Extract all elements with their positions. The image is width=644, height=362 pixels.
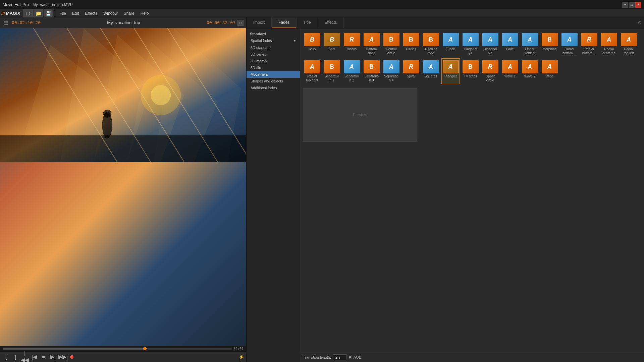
fades-main: B Balls B Bars R Blocks A [300,28,644,362]
fade-fade[interactable]: A Fade [501,31,519,57]
fade-separation-1-label: Separatio n 1 [324,74,339,82]
menu-help[interactable]: Help [138,10,152,16]
fade-separation-3-label: Separatio n 3 [364,74,379,82]
tab-title[interactable]: Title [297,17,318,28]
preview-placeholder: Preview [353,113,367,117]
goto-end-button[interactable]: ▶▶| [58,354,66,360]
sidebar-item-3d-morph[interactable]: 3D morph [247,58,300,64]
fade-diagonal-y1[interactable]: A Diagonal y1 [461,31,480,57]
fade-diagonal-y1-label: Diagonal y1 [463,47,478,55]
fade-separation-1[interactable]: B Separatio n 1 [323,58,341,84]
fade-radial-bottom-left[interactable]: A Radial bottom ... [560,31,579,57]
fade-wave-2[interactable]: A Wave 2 [521,58,539,84]
fade-circular-fade-label: Circular fade [423,47,438,55]
fades-grid-items: B Balls B Bars R Blocks A [303,31,641,84]
fade-spiral[interactable]: R Spiral [402,58,420,84]
progress-track[interactable] [3,348,232,350]
sidebar-item-additional-fades[interactable]: Additional fades [247,84,300,91]
fade-bars-label: Bars [328,47,335,51]
fade-diagonal-y1-thumb: A [463,33,479,46]
menu-share[interactable]: Share [121,10,137,16]
fade-wipe-label: Wipe [546,74,553,78]
fade-linear-vertical[interactable]: A Linear vertical [521,31,539,57]
maximize-button[interactable]: □ [629,2,635,8]
fade-circles[interactable]: B Circles [402,31,420,57]
menu-edit[interactable]: Edit [69,10,82,16]
sidebar-item-spatial-fades[interactable]: Spatial fades ▾ [247,37,300,44]
mark-in-button[interactable]: [ [2,354,10,360]
fade-diagonal-y2[interactable]: A Diagonal y2 [481,31,499,57]
toolbar-icon-3[interactable]: 💾 [44,9,53,18]
fade-radial-centered[interactable]: A Radial centered [600,31,618,57]
fade-separation-4[interactable]: A Separatio n 4 [382,58,400,84]
fade-bottom-circle[interactable]: A Bottom circle [362,31,381,57]
titlebar-left: Movie Edit Pro - My_vacation_trip.MVP [3,2,73,7]
fade-linear-vertical-thumb: A [522,33,538,46]
menu-effects[interactable]: Effects [83,10,100,16]
video-progress-bar[interactable]: 32:07 [0,346,246,351]
fade-clock[interactable]: A Clock [441,31,460,57]
logo-slashes: /// [1,11,5,16]
fade-separation-2[interactable]: A Separatio n 2 [342,58,361,84]
tab-fades[interactable]: Fades [272,17,297,28]
svg-point-15 [103,110,111,118]
menu-window[interactable]: Window [101,10,120,16]
fade-bottom-circle-label: Bottom circle [364,47,379,55]
toolbar-icon-1[interactable]: ⬡ [23,9,33,18]
transition-input[interactable] [333,354,346,360]
fade-fade-thumb: A [502,33,518,46]
fade-radial-top-right-thumb: A [304,60,320,73]
fade-circular-fade[interactable]: B Circular fade [422,31,440,57]
progress-thumb[interactable] [143,347,147,350]
fade-tv-strips[interactable]: B TV strips [461,58,480,84]
fade-wave-1[interactable]: A Wave 1 [501,58,519,84]
sidebar-item-3d-standard[interactable]: 3D standard [247,44,300,51]
step-back-button[interactable]: |◀ [30,354,38,360]
fade-radial-top-right[interactable]: A Radial top right [303,58,321,84]
tab-import[interactable]: Import [247,17,272,28]
right-panel: Import Fades Title Effects ⚙ Standard Sp… [247,17,644,362]
fade-blocks-thumb: R [344,33,360,46]
fullscreen-button[interactable]: □ [237,20,244,26]
fade-radial-bottom-right[interactable]: R Radial bottom ... [580,31,598,57]
transition-close[interactable]: ✕ [348,355,352,359]
fade-bars[interactable]: B Bars [323,31,341,57]
settings-icon[interactable]: ⚙ [638,20,642,25]
fade-morphing[interactable]: B Morphing [540,31,559,57]
sidebar-item-3d-series[interactable]: 3D series [247,51,300,58]
fade-blocks[interactable]: R Blocks [342,31,361,57]
main-layout: ☰ 00:02:10:20 My_vacation_trip 00:00:32:… [0,17,644,362]
fade-squares[interactable]: A Squares [422,58,440,84]
fade-squares-label: Squares [425,74,437,78]
fade-separation-2-thumb: A [344,60,360,73]
fade-wipe[interactable]: A Wipe [540,58,559,84]
fade-radial-top-left[interactable]: A Radial top left [620,31,638,57]
record-button[interactable]: ⏺ [68,354,76,360]
close-button[interactable]: ✕ [635,2,641,8]
lightning-icon[interactable]: ⚡ [238,354,244,360]
fade-upper-circle[interactable]: R Upper circle [481,58,499,84]
menu-toggle-button[interactable]: ☰ [3,19,10,26]
fade-tv-strips-label: TV strips [464,74,477,78]
fade-radial-bottom-left-thumb: A [561,33,578,46]
sidebar-item-movement[interactable]: Movement [247,71,300,78]
menu-file[interactable]: File [57,10,68,16]
fade-separation-3[interactable]: B Separatio n 3 [362,58,381,84]
mark-out-button[interactable]: ] [11,354,19,360]
stop-button[interactable]: ■ [40,354,48,360]
toolbar-icon-2[interactable]: 📁 [34,9,43,18]
step-forward-button[interactable]: ▶| [49,354,57,360]
goto-start-button[interactable]: |◀◀ [21,351,29,362]
sidebar-item-3d-tile[interactable]: 3D tile [247,64,300,71]
fade-linear-vertical-label: Linear vertical [522,47,537,55]
sidebar-item-shapes-objects[interactable]: Shapes and objects [247,78,300,84]
tab-effects[interactable]: Effects [318,17,344,28]
video-preview [0,28,246,346]
fade-blocks-label: Blocks [347,47,357,51]
fade-central-circle[interactable]: B Central circle [382,31,400,57]
fade-balls[interactable]: B Balls [303,31,321,57]
fade-morphing-label: Morphing [543,47,557,51]
minimize-button[interactable]: ─ [622,2,628,8]
fade-triangles[interactable]: A Triangles [441,58,460,84]
fade-clock-label: Clock [446,47,455,51]
